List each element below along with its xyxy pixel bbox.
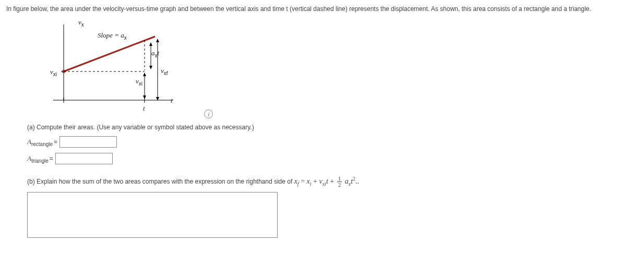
- triangle-area-row: Atriangle =: [27, 153, 638, 164]
- equals-sign: =: [50, 155, 53, 162]
- triangle-label: Atriangle: [27, 154, 49, 164]
- svg-line-5: [64, 37, 155, 71]
- part-b-prompt: (b) Explain how the sum of the two areas…: [27, 176, 638, 188]
- intro-text: In figure below, the area under the velo…: [6, 4, 638, 14]
- svg-text:Slope  =  ax: Slope = ax: [98, 31, 127, 41]
- svg-text:t: t: [143, 104, 145, 112]
- svg-text:t: t: [171, 97, 173, 104]
- svg-text:vxi: vxi: [50, 68, 57, 77]
- info-icon[interactable]: i: [204, 110, 213, 118]
- part-b-textarea[interactable]: [27, 192, 278, 238]
- svg-text:axt: axt: [151, 49, 160, 58]
- svg-text:vxi: vxi: [136, 77, 142, 87]
- figure-container: vx t Slope = ax vxi axt vxf vxi t i: [6, 17, 638, 118]
- svg-marker-13: [149, 42, 152, 46]
- svg-marker-16: [143, 73, 146, 76]
- svg-marker-14: [149, 66, 152, 69]
- rectangle-label: Arectangle: [27, 138, 53, 147]
- part-a-prompt: (a) Compute their areas. (Use any variab…: [27, 124, 638, 131]
- rectangle-area-row: Arectangle =: [27, 136, 638, 148]
- rectangle-area-input[interactable]: [59, 136, 117, 148]
- kinematic-equation: xf = xi + vxit + 12 axt2..: [294, 177, 359, 185]
- part-a: (a) Compute their areas. (Use any variab…: [27, 124, 638, 164]
- equals-sign: =: [54, 138, 57, 146]
- svg-marker-10: [156, 39, 159, 42]
- svg-marker-17: [143, 95, 146, 99]
- triangle-area-input[interactable]: [55, 153, 113, 164]
- velocity-time-graph: vx t Slope = ax vxi axt vxf vxi t: [38, 17, 199, 116]
- svg-text:vxf: vxf: [161, 67, 168, 76]
- part-b: (b) Explain how the sum of the two areas…: [27, 176, 638, 238]
- svg-text:vx: vx: [78, 18, 84, 28]
